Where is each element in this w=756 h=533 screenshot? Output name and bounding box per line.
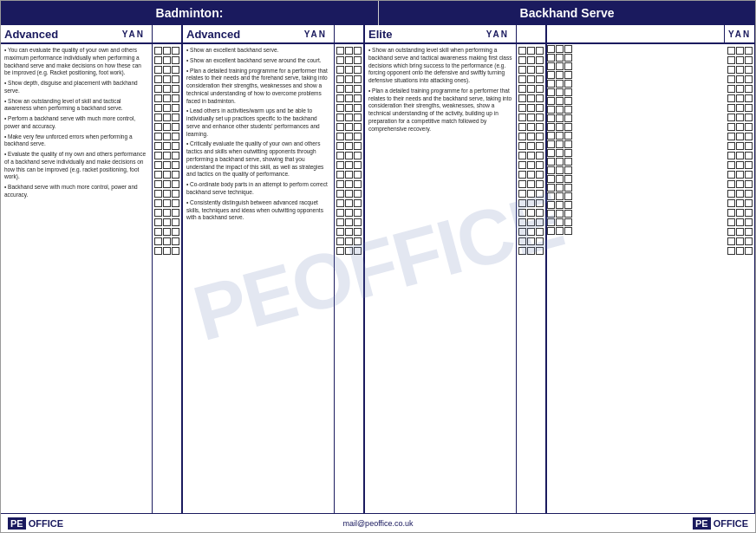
checkbox[interactable] xyxy=(345,237,353,245)
checkbox[interactable] xyxy=(163,171,171,179)
checkbox[interactable] xyxy=(556,166,564,174)
checkbox[interactable] xyxy=(745,237,753,245)
checkbox[interactable] xyxy=(745,199,753,207)
checkbox[interactable] xyxy=(336,133,344,140)
checkbox[interactable] xyxy=(354,218,362,226)
checkbox[interactable] xyxy=(736,56,744,64)
checkbox[interactable] xyxy=(564,97,572,105)
checkbox[interactable] xyxy=(564,175,572,183)
checkbox[interactable] xyxy=(527,218,535,226)
checkbox[interactable] xyxy=(556,218,564,226)
checkbox[interactable] xyxy=(727,133,735,140)
checkbox[interactable] xyxy=(736,161,744,169)
checkbox[interactable] xyxy=(172,94,179,102)
checkbox[interactable] xyxy=(547,218,555,226)
checkbox[interactable] xyxy=(556,158,564,166)
checkbox[interactable] xyxy=(154,161,162,169)
checkbox[interactable] xyxy=(354,209,362,217)
checkbox[interactable] xyxy=(154,171,162,179)
checkbox[interactable] xyxy=(547,227,555,235)
checkbox[interactable] xyxy=(736,66,744,74)
checkbox[interactable] xyxy=(336,237,344,245)
checkbox[interactable] xyxy=(336,104,344,112)
checkbox[interactable] xyxy=(564,210,572,218)
checkbox[interactable] xyxy=(547,114,555,122)
checkbox[interactable] xyxy=(536,171,544,179)
checkbox[interactable] xyxy=(518,47,526,55)
checkbox[interactable] xyxy=(345,94,353,102)
checkbox[interactable] xyxy=(518,66,526,74)
checkbox[interactable] xyxy=(172,237,179,245)
checkbox[interactable] xyxy=(736,75,744,83)
checkbox[interactable] xyxy=(564,184,572,192)
checkbox[interactable] xyxy=(536,56,544,64)
checkbox[interactable] xyxy=(536,209,544,217)
checkbox[interactable] xyxy=(547,88,555,96)
checkbox[interactable] xyxy=(527,114,535,121)
checkbox[interactable] xyxy=(336,114,344,121)
checkbox[interactable] xyxy=(547,106,555,114)
checkbox[interactable] xyxy=(564,201,572,209)
checkbox[interactable] xyxy=(736,247,744,255)
checkbox[interactable] xyxy=(163,199,171,207)
checkbox[interactable] xyxy=(345,171,353,179)
checkbox[interactable] xyxy=(727,123,735,131)
checkbox[interactable] xyxy=(556,88,564,96)
checkbox[interactable] xyxy=(172,180,179,188)
checkbox[interactable] xyxy=(154,218,162,226)
checkbox[interactable] xyxy=(527,66,535,74)
checkbox[interactable] xyxy=(154,104,162,112)
checkbox[interactable] xyxy=(154,190,162,198)
checkbox[interactable] xyxy=(556,45,564,53)
checkbox[interactable] xyxy=(345,180,353,188)
checkbox[interactable] xyxy=(345,75,353,83)
checkbox[interactable] xyxy=(172,142,179,150)
checkbox[interactable] xyxy=(727,75,735,83)
checkbox[interactable] xyxy=(727,47,735,55)
checkbox[interactable] xyxy=(564,45,572,53)
checkbox[interactable] xyxy=(163,247,171,255)
checkbox[interactable] xyxy=(163,180,171,188)
checkbox[interactable] xyxy=(336,247,344,255)
checkbox[interactable] xyxy=(727,114,735,121)
checkbox[interactable] xyxy=(736,199,744,207)
checkbox[interactable] xyxy=(354,94,362,102)
checkbox[interactable] xyxy=(172,190,179,198)
checkbox[interactable] xyxy=(536,75,544,83)
checkbox[interactable] xyxy=(556,62,564,70)
checkbox[interactable] xyxy=(354,47,362,55)
checkbox[interactable] xyxy=(556,71,564,79)
checkbox[interactable] xyxy=(745,66,753,74)
checkbox[interactable] xyxy=(564,88,572,96)
checkbox[interactable] xyxy=(736,142,744,150)
checkbox[interactable] xyxy=(564,192,572,200)
checkbox[interactable] xyxy=(736,152,744,159)
checkbox[interactable] xyxy=(556,106,564,114)
checkbox[interactable] xyxy=(527,171,535,179)
checkbox[interactable] xyxy=(556,175,564,183)
checkbox[interactable] xyxy=(354,161,362,169)
checkbox[interactable] xyxy=(736,218,744,226)
checkbox[interactable] xyxy=(518,114,526,121)
checkbox[interactable] xyxy=(163,218,171,226)
checkbox[interactable] xyxy=(163,228,171,236)
checkbox[interactable] xyxy=(336,218,344,226)
checkbox[interactable] xyxy=(336,171,344,179)
checkbox[interactable] xyxy=(745,247,753,255)
checkbox[interactable] xyxy=(163,190,171,198)
checkbox[interactable] xyxy=(518,161,526,169)
checkbox[interactable] xyxy=(547,149,555,157)
checkbox[interactable] xyxy=(727,85,735,93)
checkbox[interactable] xyxy=(518,104,526,112)
checkbox[interactable] xyxy=(154,209,162,217)
checkbox[interactable] xyxy=(354,142,362,150)
checkbox[interactable] xyxy=(354,180,362,188)
checkbox[interactable] xyxy=(727,218,735,226)
checkbox[interactable] xyxy=(527,190,535,198)
checkbox[interactable] xyxy=(154,56,162,64)
checkbox[interactable] xyxy=(727,56,735,64)
checkbox[interactable] xyxy=(556,54,564,62)
checkbox[interactable] xyxy=(556,227,564,235)
checkbox[interactable] xyxy=(154,152,162,159)
checkbox[interactable] xyxy=(345,218,353,226)
